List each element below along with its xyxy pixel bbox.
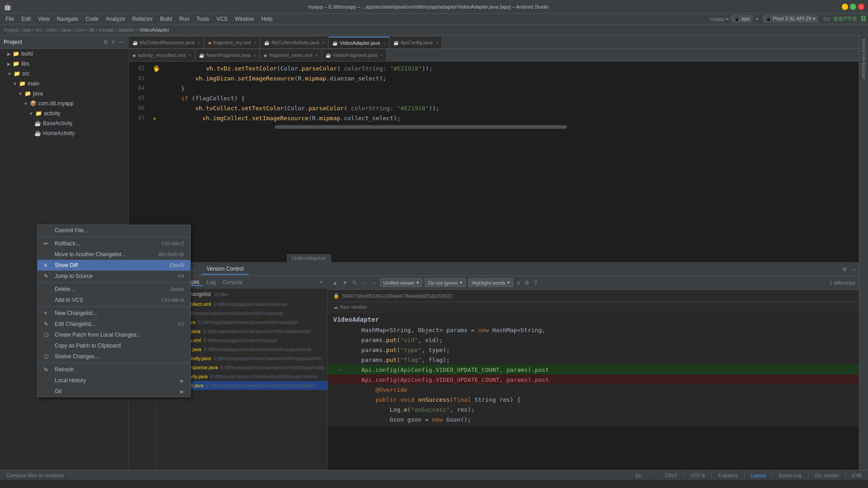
diff-ignore-dropdown[interactable]: Do not ignore ▾ <box>425 278 466 287</box>
menu-refactor[interactable]: Refactor <box>129 15 156 23</box>
menu-help[interactable]: Help <box>258 15 276 23</box>
ctx-local-history[interactable]: Local History ▶ <box>38 375 190 386</box>
diff-settings-icon[interactable]: ⚙ <box>524 279 530 287</box>
menu-vcs[interactable]: VCS <box>213 15 231 23</box>
bc-src[interactable]: src <box>36 27 42 33</box>
diff-down-icon[interactable]: ▼ <box>341 279 349 287</box>
ctx-refresh[interactable]: ↻ Refresh <box>38 364 190 375</box>
close-tab-newsfragment[interactable]: × <box>253 52 256 58</box>
sidebar-layout-icon[interactable]: ≡ <box>111 38 116 46</box>
close-tab-activity-mycollect[interactable]: × <box>189 52 191 58</box>
ctx-copy-patch[interactable]: Copy as Patch to Clipboard <box>38 340 190 351</box>
tree-package[interactable]: ▼ 📦 com.ttit.myapp <box>0 99 128 108</box>
bc-myapp[interactable]: myapp <box>4 27 19 33</box>
status-layout[interactable]: Layout <box>748 473 769 478</box>
minimize-button[interactable]: − <box>842 4 848 10</box>
ctx-new-changelist[interactable]: + New Changelist... <box>38 308 190 319</box>
status-event-log[interactable]: Event Log <box>776 473 804 478</box>
tab-newsfragment[interactable]: ☕ NewsFragment.java × <box>195 49 260 61</box>
sidebar-minimize-icon[interactable]: — <box>118 38 125 46</box>
diff-highlight-dropdown[interactable]: Highlight words ▾ <box>468 278 513 287</box>
diff-forward-icon[interactable]: → <box>370 279 377 287</box>
tab-fragment-news[interactable]: ◈ fragment_news.xml × <box>260 49 322 61</box>
tree-libs[interactable]: ▶ 📁 libs <box>0 59 128 69</box>
status-git-branch[interactable]: Git: master <box>812 473 842 478</box>
tree-java[interactable]: ▼ 📁 java <box>0 89 128 99</box>
ctx-edit-changelist[interactable]: ✎ Edit Changelist... F2 <box>38 319 190 329</box>
ctx-commit-file[interactable]: Commit File... <box>38 225 190 236</box>
bc-adapter[interactable]: adapter <box>118 27 135 33</box>
close-button[interactable]: × <box>858 4 864 10</box>
ctx-git[interactable]: Git ▶ <box>38 386 190 397</box>
tree-main[interactable]: ▼ 📁 main <box>0 79 128 89</box>
bc-ttit[interactable]: ttit <box>89 27 94 33</box>
diff-help-icon[interactable]: ? <box>533 279 538 287</box>
ctx-move-changelist[interactable]: Move to Another Changelist... Alt+Shift+… <box>38 249 190 260</box>
vc-tab-log[interactable]: Log <box>203 279 219 286</box>
diff-up-icon[interactable]: ▲ <box>331 279 339 287</box>
close-tab-videoadapter[interactable]: × <box>383 40 386 46</box>
ctx-create-patch[interactable]: ⬡ Create Patch from Local Changes... <box>38 329 190 340</box>
status-crlf[interactable]: CRLF <box>662 473 680 478</box>
ctx-delete[interactable]: Delete... Delete <box>38 284 190 295</box>
menu-view[interactable]: View <box>34 15 53 23</box>
menu-analyze[interactable]: Analyze <box>102 15 129 23</box>
status-encoding[interactable]: UTF-8 <box>688 473 708 478</box>
ctx-add-vcs[interactable]: Add to VCS Ctrl+Alt+A <box>38 295 190 305</box>
bc-myapp2[interactable]: myapp <box>99 27 113 33</box>
close-tab-fragment-my[interactable]: × <box>254 40 256 45</box>
diff-back-icon[interactable]: ← <box>360 279 368 287</box>
status-indent[interactable]: 4 spaces <box>715 473 741 478</box>
menu-file[interactable]: File <box>2 15 18 23</box>
device-file-explorer[interactable]: Device File Explorer <box>859 35 868 83</box>
diff-edit-icon[interactable]: ✎ <box>351 279 358 287</box>
tab-videofragment[interactable]: ☕ VideoFragment.java × <box>322 49 387 61</box>
tab-videoadapter[interactable]: ☕ VideoAdapter.java × <box>329 37 390 48</box>
tree-base-activity[interactable]: ☕ BaseActivity <box>0 118 128 128</box>
tree-build[interactable]: ▶ 📁 build <box>0 49 128 59</box>
close-tab-mycollectactivity[interactable]: × <box>322 40 325 45</box>
close-tab-mycollectresponse[interactable]: × <box>197 40 200 45</box>
status-inputmethod[interactable]: En <box>633 473 644 478</box>
menu-run[interactable]: Run <box>176 15 193 23</box>
menu-code[interactable]: Code <box>82 15 102 23</box>
tree-src[interactable]: ▼ 📁 src <box>0 69 128 79</box>
vc-close-icon[interactable]: × <box>319 278 324 286</box>
tab-fragment-my[interactable]: ◈ fragment_my.xml × <box>204 37 261 48</box>
bc-main[interactable]: main <box>47 27 57 33</box>
tab-mycollectresponse[interactable]: ☕ MyCollectResponse.java × <box>129 37 204 48</box>
diff-viewer-dropdown[interactable]: Unified viewer ▾ <box>380 278 422 287</box>
bc-com[interactable]: com <box>75 27 85 33</box>
maximize-button[interactable]: □ <box>850 4 856 10</box>
status-compare[interactable]: Compare files or revisions <box>4 473 66 478</box>
close-tab-fragment-news[interactable]: × <box>315 52 318 58</box>
tab-version-control[interactable]: Version Control <box>201 264 249 275</box>
diff-options-icon[interactable]: ≡ <box>516 279 521 287</box>
menu-edit[interactable]: Edit <box>18 15 34 23</box>
vc-settings-icon[interactable]: ⚙ <box>841 265 848 273</box>
tab-apiconfig[interactable]: ☕ ApiConfig.java × <box>390 37 442 48</box>
status-ime[interactable]: ・ <box>648 472 658 479</box>
ctx-shelve[interactable]: ⬡ Shelve Changes... <box>38 351 190 362</box>
ctx-show-diff[interactable]: ≡ Show Diff Ctrl+D <box>38 260 190 271</box>
device-selector[interactable]: 📱 Pixel 3 XL API 29 ▾ <box>763 15 818 23</box>
ctx-rollback[interactable]: ↩ Rollback... Ctrl+Alt+Z <box>38 238 190 249</box>
sidebar-settings-icon[interactable]: ⚙ <box>102 38 109 46</box>
bc-app[interactable]: app <box>23 27 31 33</box>
code-line-87: 87 ★ vh.imgCollect.setImageResource(R.mi… <box>129 113 859 123</box>
menu-build[interactable]: Build <box>156 15 176 23</box>
menu-window[interactable]: Window <box>231 15 258 23</box>
tree-home-activity[interactable]: ☕ HomeActivity <box>0 128 128 138</box>
vc-minimize-icon[interactable]: — <box>850 265 857 273</box>
vc-tab-console[interactable]: Console <box>219 279 246 286</box>
menu-navigate[interactable]: Navigate <box>53 15 82 23</box>
tab-mycollectactivity[interactable]: ☕ MyCollectActivity.java × <box>260 37 329 48</box>
ctx-jump-source[interactable]: ✎ Jump to Source F4 <box>38 271 190 282</box>
menu-tools[interactable]: Tools <box>193 15 213 23</box>
bc-videoadapter[interactable]: VideoAdapter <box>139 27 169 33</box>
tree-activity-folder[interactable]: ▼ 📁 activity <box>0 108 128 118</box>
tab-activity-mycollect[interactable]: ◈ activity_mycollect.xml × <box>129 49 195 61</box>
close-tab-videofragment[interactable]: × <box>380 52 383 58</box>
bc-java[interactable]: java <box>62 27 71 33</box>
close-tab-apiconfig[interactable]: × <box>435 40 438 45</box>
